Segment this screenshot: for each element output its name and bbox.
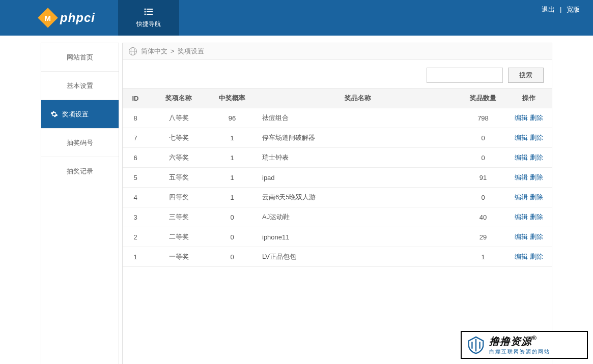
- cell-qty: 0: [460, 148, 506, 168]
- quick-nav-label: 快捷导航: [136, 20, 161, 28]
- table-row: 2二等奖0iphone1129编辑 删除: [123, 227, 552, 247]
- edit-link[interactable]: 编辑: [515, 114, 528, 122]
- col-prob: 中奖概率: [209, 88, 255, 108]
- svg-rect-1: [147, 9, 153, 10]
- watermark-icon: [466, 335, 486, 355]
- breadcrumb-page: 奖项设置: [178, 47, 204, 56]
- cell-name: 一等奖: [148, 247, 209, 267]
- logout-link[interactable]: 退出: [539, 6, 558, 13]
- cell-qty: 29: [460, 227, 506, 247]
- col-prize: 奖品名称: [255, 88, 460, 108]
- sidebar-item-label: 基本设置: [67, 81, 93, 90]
- cell-op: 编辑 删除: [506, 188, 552, 207]
- cell-id: 5: [123, 168, 148, 188]
- cell-name: 八等奖: [148, 108, 209, 128]
- delete-link[interactable]: 删除: [530, 233, 543, 240]
- edit-link[interactable]: 编辑: [515, 233, 528, 240]
- sidebar-item-1[interactable]: 基本设置: [41, 72, 119, 100]
- cell-op: 编辑 删除: [506, 168, 552, 188]
- col-qty: 奖品数量: [460, 88, 506, 108]
- svg-rect-5: [147, 14, 153, 15]
- cell-name: 五等奖: [148, 168, 209, 188]
- sidebar-item-2[interactable]: 奖项设置: [41, 100, 119, 129]
- cell-qty: 91: [460, 168, 506, 188]
- gear-icon: [50, 110, 58, 118]
- cell-id: 1: [123, 247, 148, 267]
- cell-name: 二等奖: [148, 227, 209, 247]
- cell-prob: 96: [209, 108, 255, 128]
- delete-link[interactable]: 删除: [530, 114, 543, 122]
- sidebar-item-label: 奖项设置: [62, 110, 89, 119]
- cell-qty: 798: [460, 108, 506, 128]
- cell-prize: AJ运动鞋: [255, 207, 460, 227]
- cell-id: 4: [123, 188, 148, 207]
- search-input[interactable]: [427, 68, 503, 83]
- cell-op: 编辑 删除: [506, 128, 552, 148]
- col-op: 操作: [506, 88, 552, 108]
- cell-op: 编辑 删除: [506, 227, 552, 247]
- edit-link[interactable]: 编辑: [515, 134, 528, 141]
- delete-link[interactable]: 删除: [530, 253, 543, 260]
- prize-table: ID 奖项名称 中奖概率 奖品名称 奖品数量 操作 8八等奖96祛痘组合798编…: [123, 88, 552, 267]
- table-row: 7七等奖1停车场道闸破解器0编辑 删除: [123, 128, 552, 148]
- cell-name: 六等奖: [148, 148, 209, 168]
- svg-point-2: [145, 11, 146, 13]
- search-bar: 搜索: [123, 59, 552, 88]
- cell-prize: 停车场道闸破解器: [255, 128, 460, 148]
- svg-point-4: [145, 14, 146, 15]
- col-id: ID: [123, 88, 148, 108]
- sidebar-item-0[interactable]: 网站首页: [41, 43, 119, 72]
- delete-link[interactable]: 删除: [530, 173, 543, 181]
- table-row: 1一等奖0LV正品包包1编辑 删除: [123, 247, 552, 267]
- table-row: 8八等奖96祛痘组合798编辑 删除: [123, 108, 552, 128]
- main-panel: 简体中文 > 奖项设置 搜索 ID 奖项名称 中奖概率 奖品名称 奖品数量 操作…: [122, 43, 552, 364]
- cell-op: 编辑 删除: [506, 247, 552, 267]
- delete-link[interactable]: 删除: [530, 193, 543, 201]
- cell-prob: 1: [209, 128, 255, 148]
- svg-rect-3: [147, 11, 153, 12]
- logo[interactable]: M phpci: [0, 11, 118, 25]
- delete-link[interactable]: 删除: [530, 154, 543, 161]
- cell-op: 编辑 删除: [506, 207, 552, 227]
- table-row: 4四等奖1云南6天5晚双人游0编辑 删除: [123, 188, 552, 207]
- sidebar-item-label: 抽奖记录: [67, 167, 93, 176]
- edit-link[interactable]: 编辑: [515, 213, 528, 221]
- wide-link[interactable]: 宽版: [563, 6, 583, 13]
- cell-op: 编辑 删除: [506, 108, 552, 128]
- breadcrumb: 简体中文 > 奖项设置: [123, 43, 552, 59]
- cell-qty: 0: [460, 128, 506, 148]
- svg-point-0: [145, 9, 146, 10]
- table-row: 6六等奖1瑞士钟表0编辑 删除: [123, 148, 552, 168]
- cell-prob: 1: [209, 188, 255, 207]
- edit-link[interactable]: 编辑: [515, 154, 528, 161]
- list-icon: [144, 7, 153, 18]
- cell-prob: 0: [209, 247, 255, 267]
- breadcrumb-lang[interactable]: 简体中文: [141, 47, 167, 56]
- cell-id: 7: [123, 128, 148, 148]
- cell-qty: 40: [460, 207, 506, 227]
- cell-prob: 0: [209, 207, 255, 227]
- cell-id: 8: [123, 108, 148, 128]
- cell-op: 编辑 删除: [506, 148, 552, 168]
- search-button[interactable]: 搜索: [508, 68, 544, 83]
- sidebar-item-4[interactable]: 抽奖记录: [41, 157, 119, 186]
- logo-text: phpci: [60, 11, 95, 25]
- quick-nav-button[interactable]: 快捷导航: [118, 0, 179, 36]
- edit-link[interactable]: 编辑: [515, 193, 528, 201]
- cell-qty: 1: [460, 247, 506, 267]
- cell-prob: 0: [209, 227, 255, 247]
- sidebar-item-label: 抽奖码号: [67, 138, 93, 147]
- delete-link[interactable]: 删除: [530, 134, 543, 141]
- edit-link[interactable]: 编辑: [515, 253, 528, 260]
- cell-prize: 瑞士钟表: [255, 148, 460, 168]
- cell-prize: ipad: [255, 168, 460, 188]
- table-row: 3三等奖0AJ运动鞋40编辑 删除: [123, 207, 552, 227]
- delete-link[interactable]: 删除: [530, 213, 543, 221]
- header: M phpci 快捷导航 退出 | 宽版: [0, 0, 593, 36]
- cell-qty: 0: [460, 188, 506, 207]
- edit-link[interactable]: 编辑: [515, 173, 528, 181]
- sidebar-item-3[interactable]: 抽奖码号: [41, 129, 119, 157]
- cell-prize: 祛痘组合: [255, 108, 460, 128]
- cell-id: 3: [123, 207, 148, 227]
- sidebar: 网站首页基本设置奖项设置抽奖码号抽奖记录 我要提建议: [41, 43, 119, 364]
